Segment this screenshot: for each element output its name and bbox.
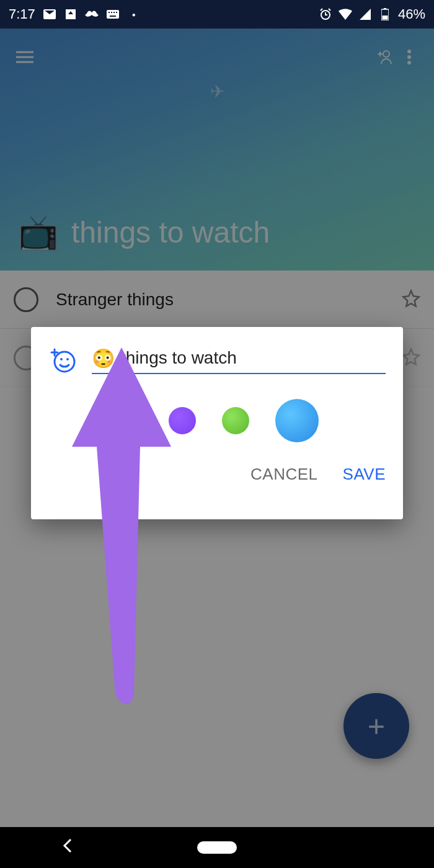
keyboard-icon bbox=[106, 7, 120, 21]
svg-rect-0 bbox=[107, 10, 119, 19]
signal-icon bbox=[358, 7, 372, 21]
status-time: 7:17 bbox=[9, 6, 35, 22]
svg-rect-1 bbox=[108, 12, 110, 13]
battery-icon bbox=[378, 7, 392, 21]
add-emoji-button[interactable] bbox=[48, 346, 78, 375]
color-option[interactable] bbox=[222, 407, 249, 434]
list-name-input[interactable]: 😳 things to watch bbox=[92, 347, 386, 374]
input-text: things to watch bbox=[121, 348, 237, 368]
svg-point-14 bbox=[55, 352, 74, 372]
back-button[interactable] bbox=[62, 837, 73, 859]
svg-rect-4 bbox=[116, 12, 117, 13]
android-nav-bar bbox=[0, 827, 434, 868]
input-emoji: 😳 bbox=[92, 347, 115, 369]
alarm-icon bbox=[319, 7, 332, 21]
color-option-selected[interactable] bbox=[275, 399, 319, 442]
cancel-button[interactable]: CANCEL bbox=[250, 465, 317, 484]
svg-rect-3 bbox=[113, 12, 115, 13]
status-battery: 46% bbox=[398, 6, 425, 22]
save-button[interactable]: SAVE bbox=[343, 465, 386, 484]
color-option[interactable] bbox=[169, 407, 196, 434]
color-picker bbox=[48, 399, 386, 442]
status-bar: 7:17 ● 46% bbox=[0, 0, 434, 29]
svg-point-16 bbox=[66, 358, 69, 360]
wifi-icon bbox=[339, 7, 352, 21]
svg-rect-9 bbox=[382, 16, 388, 20]
mustache-icon bbox=[85, 7, 99, 21]
edit-list-dialog: 😳 things to watch CANCEL SAVE bbox=[31, 327, 403, 519]
dot-icon: ● bbox=[127, 7, 141, 21]
color-option[interactable] bbox=[115, 407, 143, 434]
svg-rect-8 bbox=[384, 8, 386, 9]
svg-rect-2 bbox=[111, 12, 112, 13]
home-button[interactable] bbox=[197, 841, 237, 854]
svg-rect-5 bbox=[110, 16, 116, 17]
mail-icon bbox=[43, 7, 56, 21]
inbox-icon bbox=[64, 7, 78, 21]
svg-point-15 bbox=[60, 358, 63, 360]
